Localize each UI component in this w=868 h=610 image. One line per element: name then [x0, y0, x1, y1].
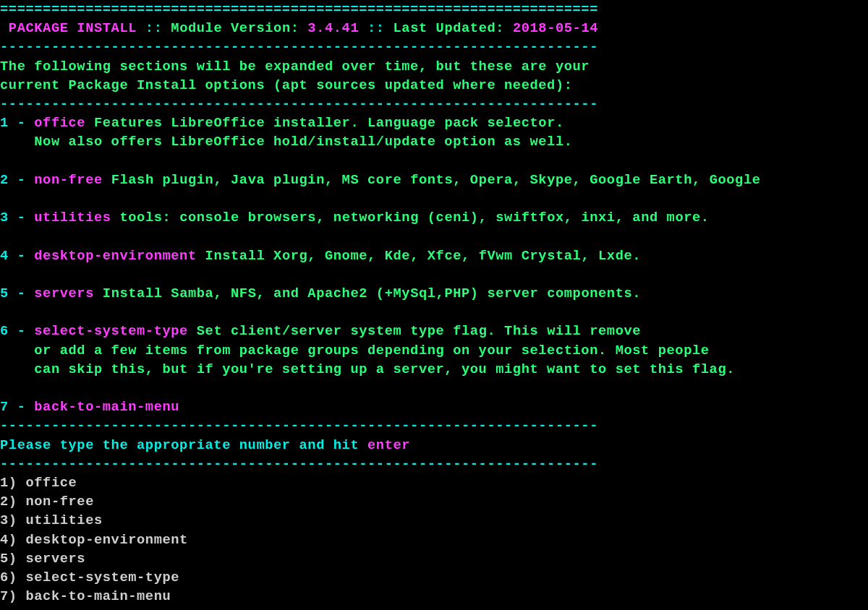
input-prompt[interactable]: Please type the appropriate number and h… [0, 437, 410, 453]
border-top: ========================================… [0, 1, 598, 17]
option-number: 1 [0, 115, 9, 131]
app-title: PACKAGE INSTALL [9, 20, 137, 36]
option-number: 5 [0, 285, 9, 301]
intro-line-2: current Package Install options (apt sou… [0, 77, 573, 93]
option-number: 7 [0, 399, 9, 415]
option-name: back-to-main-menu [34, 399, 179, 415]
menu-option-3[interactable]: 3) utilities [0, 512, 103, 528]
option-desc-cont: can skip this, but if you're setting up … [0, 360, 868, 379]
option-desc: Set client/server system type flag. This… [197, 323, 641, 339]
spacer [0, 189, 868, 208]
package-option-4[interactable]: 4 - desktop-environment Install Xorg, Gn… [0, 246, 868, 265]
menu-option-1[interactable]: 1) office [0, 475, 77, 491]
intro-line-1: The following sections will be expanded … [0, 59, 590, 74]
menu-option-2[interactable]: 2) non-free [0, 494, 94, 510]
option-name: utilities [34, 210, 111, 225]
option-name: non-free [34, 172, 103, 188]
package-option-2[interactable]: 2 - non-free Flash plugin, Java plugin, … [0, 171, 868, 189]
menu-option-7[interactable]: 7) back-to-main-menu [0, 588, 171, 604]
spacer [0, 379, 868, 398]
divider: ----------------------------------------… [0, 456, 598, 472]
package-option-7[interactable]: 7 - back-to-main-menu [0, 398, 868, 416]
option-desc: Flash plugin, Java plugin, MS core fonts… [111, 172, 761, 188]
divider: ----------------------------------------… [0, 418, 598, 434]
option-name: office [34, 115, 85, 131]
option-number: 4 [0, 248, 9, 264]
option-desc: Install Samba, NFS, and Apache2 (+MySql,… [103, 285, 641, 301]
version-label: Module Version: [171, 20, 307, 36]
option-desc: Features LibreOffice installer. Language… [94, 115, 564, 131]
spacer [0, 265, 868, 284]
option-number: 3 [0, 210, 9, 225]
version-value: 3.4.41 [307, 20, 359, 36]
package-option-6[interactable]: 6 - select-system-type Set client/server… [0, 322, 868, 340]
divider: ----------------------------------------… [0, 96, 598, 112]
option-desc-cont: Now also offers LibreOffice hold/install… [0, 132, 868, 151]
updated-value: 2018-05-14 [513, 20, 598, 36]
menu-option-5[interactable]: 5) servers [0, 551, 85, 567]
option-number: 2 [0, 172, 9, 188]
header-line: PACKAGE INSTALL :: Module Version: 3.4.4… [0, 20, 598, 36]
enter-key-label: enter [367, 437, 410, 453]
menu-option-4[interactable]: 4) desktop-environment [0, 532, 188, 548]
menu-option-6[interactable]: 6) select-system-type [0, 570, 179, 585]
updated-label: Last Updated: [393, 20, 513, 36]
option-name: servers [34, 285, 94, 301]
option-name: desktop-environment [34, 248, 196, 264]
spacer [0, 303, 868, 322]
option-desc: Install Xorg, Gnome, Kde, Xfce, fVwm Cry… [205, 248, 642, 264]
divider: ----------------------------------------… [0, 39, 598, 55]
terminal-output[interactable]: ========================================… [0, 0, 868, 606]
package-option-5[interactable]: 5 - servers Install Samba, NFS, and Apac… [0, 284, 868, 303]
option-desc: tools: console browsers, networking (cen… [119, 210, 709, 225]
spacer [0, 152, 868, 171]
option-desc-cont: or add a few items from package groups d… [0, 341, 868, 360]
spacer [0, 227, 868, 246]
option-number: 6 [0, 323, 9, 339]
package-option-1[interactable]: 1 - office Features LibreOffice installe… [0, 113, 868, 132]
option-name: select-system-type [34, 323, 188, 339]
package-option-3[interactable]: 3 - utilities tools: console browsers, n… [0, 208, 868, 227]
